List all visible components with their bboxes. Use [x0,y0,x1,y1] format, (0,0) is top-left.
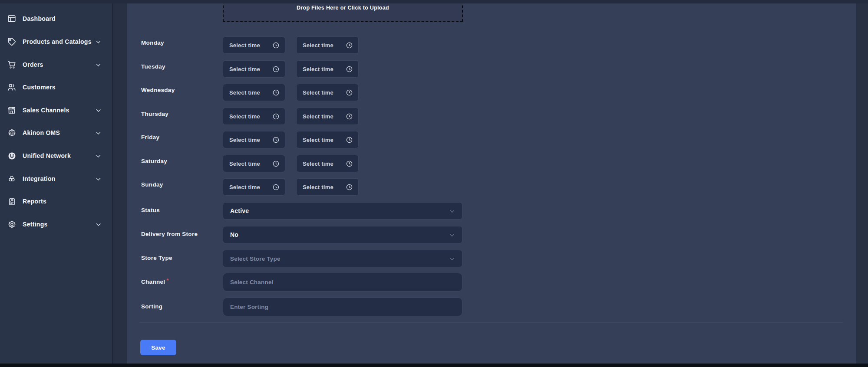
sidebar-item-label: Akinon OMS [23,129,60,136]
sidebar-item-label: Products and Catalogs [23,38,92,45]
day-row-wednesday: Wednesday Select time Select time [127,84,604,103]
chevron-down-icon [95,176,102,182]
chevron-down-icon [95,62,102,68]
sidebar-item-label: Settings [23,221,48,228]
time-placeholder: Select time [229,113,260,120]
field-row-channel: Channel* [127,273,604,292]
clock-icon [272,160,280,167]
time-placeholder: Select time [229,137,260,143]
time-placeholder: Select time [229,89,260,96]
chevron-down-icon [95,153,102,159]
open-time-picker[interactable]: Select time [223,178,285,196]
day-row-tuesday: Tuesday Select time Select time [127,60,604,79]
channel-input[interactable] [223,273,462,292]
chevron-down-icon [449,232,455,240]
day-row-sunday: Sunday Select time Select time [127,178,604,197]
clock-icon [272,136,280,144]
close-time-picker[interactable]: Select time [296,60,359,78]
save-button[interactable]: Save [140,340,176,355]
sidebar: Dashboard Products and Catalogs Orders [0,3,113,364]
sidebar-item-unified-network[interactable]: Unified Network [0,144,113,167]
time-placeholder: Select time [229,161,260,167]
close-time-picker[interactable]: Select time [296,131,359,148]
close-time-picker[interactable]: Select time [296,84,359,101]
store-form-panel: Drop Files Here or Click to Upload Monda… [127,3,856,364]
open-time-picker[interactable]: Select time [223,155,285,172]
sidebar-item-label: Reports [23,198,46,205]
clock-icon [272,42,280,49]
field-row-store-type: Store Type Select Store Type [127,250,604,269]
day-label: Tuesday [141,63,165,70]
file-dropzone[interactable]: Drop Files Here or Click to Upload [223,3,463,22]
sidebar-item-reports[interactable]: Reports [0,190,113,213]
time-placeholder: Select time [303,113,333,120]
sidebar-item-akinon-oms[interactable]: Akinon OMS [0,121,113,144]
day-label: Saturday [141,158,167,164]
day-row-thursday: Thursday Select time Select time [127,108,604,127]
close-time-picker[interactable]: Select time [296,108,359,125]
settings-gear-icon [7,219,17,229]
field-label: Status [141,207,160,213]
time-placeholder: Select time [303,66,333,72]
chevron-down-icon [449,208,455,216]
cart-icon [7,59,17,70]
sidebar-item-orders[interactable]: Orders [0,53,113,76]
open-time-picker[interactable]: Select time [223,131,285,148]
day-row-saturday: Saturday Select time Select time [127,155,604,174]
sidebar-item-products-and-catalogs[interactable]: Products and Catalogs [0,30,113,53]
day-label: Sunday [141,181,163,188]
field-row-status: Status Active [127,202,604,221]
time-placeholder: Select time [229,66,260,72]
integration-icon [7,174,17,184]
day-row-monday: Monday Select time Select time [127,36,604,56]
form-footer-divider [139,322,843,323]
chevron-down-icon [95,107,102,114]
field-label: Store Type [141,255,172,261]
sidebar-item-dashboard[interactable]: Dashboard [0,7,113,30]
open-time-picker[interactable]: Select time [223,36,285,54]
open-time-picker[interactable]: Select time [223,84,285,101]
clock-icon [272,113,280,120]
bottom-strip [0,364,868,367]
open-time-picker[interactable]: Select time [223,60,285,78]
clock-icon [346,66,353,73]
day-row-friday: Friday Select time Select time [127,131,604,150]
sidebar-item-label: Customers [23,84,56,91]
sidebar-item-label: Dashboard [23,15,56,22]
clock-icon [272,66,280,73]
required-asterisk: * [166,277,168,284]
unified-network-icon [7,151,17,161]
sidebar-item-settings[interactable]: Settings [0,213,113,236]
reports-icon [7,196,17,206]
dropzone-label: Drop Files Here or Click to Upload [297,5,389,11]
sidebar-item-customers[interactable]: Customers [0,76,113,98]
close-time-picker[interactable]: Select time [296,155,359,172]
close-time-picker[interactable]: Select time [296,178,359,196]
clock-icon [346,42,353,49]
sidebar-item-integration[interactable]: Integration [0,167,113,190]
time-placeholder: Select time [303,42,333,49]
customers-icon [7,82,17,92]
time-placeholder: Select time [303,184,333,190]
sidebar-item-sales-channels[interactable]: Sales Channels [0,99,113,121]
time-placeholder: Select time [303,89,333,96]
time-placeholder: Select time [303,161,333,167]
day-label: Thursday [141,111,168,117]
sidebar-item-label: Orders [23,61,43,68]
chevron-down-icon [95,39,102,45]
sorting-input[interactable] [223,298,462,316]
sidebar-item-label: Sales Channels [23,107,69,114]
day-label: Wednesday [141,87,175,93]
clock-icon [346,89,353,96]
status-select[interactable]: Active [223,202,462,220]
chevron-down-icon [95,130,102,136]
open-time-picker[interactable]: Select time [223,108,285,125]
sidebar-item-label: Unified Network [23,152,71,159]
close-time-picker[interactable]: Select time [296,36,359,54]
store-type-select[interactable]: Select Store Type [223,250,462,267]
time-placeholder: Select time [229,42,260,49]
tag-icon [7,36,17,47]
delivery-from-store-select[interactable]: No [223,226,462,243]
field-label: Channel* [141,279,169,285]
field-row-sorting: Sorting [127,298,604,317]
